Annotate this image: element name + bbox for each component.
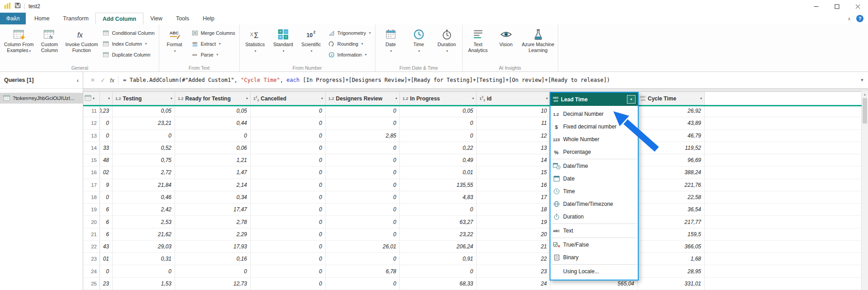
azure-machine-learning-button[interactable]: Azure MachineLearning — [521, 25, 556, 53]
row-number[interactable]: 14 — [83, 142, 100, 154]
row-number[interactable]: 17 — [83, 179, 100, 191]
table-cell[interactable]: 0 — [326, 278, 400, 290]
table-cell[interactable]: 0,52 — [113, 142, 175, 154]
table-cell[interactable]: 23 — [477, 265, 550, 277]
table-cell[interactable]: 22 — [477, 253, 550, 265]
table-cell[interactable]: 159,5 — [638, 228, 705, 240]
table-cell[interactable]: 4,83 — [400, 191, 477, 203]
table-cell[interactable]: 17 — [477, 191, 550, 203]
column-header-in-progress[interactable]: 1.2In Progress▾ — [400, 92, 477, 105]
table-cell[interactable]: 0 — [326, 154, 400, 166]
table-cell[interactable]: 24 — [477, 278, 550, 290]
table-cell[interactable]: 43 — [100, 241, 113, 252]
table-cell[interactable]: 0 — [251, 228, 326, 240]
table-cell[interactable]: 1,68 — [638, 253, 705, 265]
table-cell[interactable]: 0 — [326, 105, 400, 117]
collapse-ribbon-icon[interactable]: ∧ — [848, 16, 851, 21]
filter-icon[interactable]: ▾ — [171, 96, 172, 100]
tab-file[interactable]: Файл — [0, 13, 26, 24]
row-number[interactable]: 22 — [83, 241, 100, 252]
duration-button[interactable]: Duration▾ — [433, 25, 460, 54]
table-cell[interactable]: 63,27 — [400, 216, 477, 228]
statistics-button[interactable]: XΣStatistics▾ — [242, 25, 269, 54]
table-cell[interactable]: 02 — [100, 166, 113, 178]
table-cell[interactable]: 12 — [477, 130, 550, 142]
close-button[interactable] — [847, 0, 868, 13]
tab-home[interactable]: Home — [28, 13, 56, 24]
column-header-cycle-time[interactable]: ABC123Cycle Time▾ — [638, 92, 705, 105]
table-cell[interactable]: 0 — [326, 228, 400, 240]
table-cell[interactable]: 20 — [477, 228, 550, 240]
table-cell[interactable]: 2,85 — [326, 130, 400, 142]
table-cell[interactable]: 21,62 — [113, 228, 175, 240]
table-cell[interactable]: 28,95 — [638, 265, 705, 277]
table-cell[interactable]: 23,21 — [113, 117, 175, 129]
time-button[interactable]: Time▾ — [405, 25, 432, 54]
merge-columns-button[interactable]: Merge Columns — [189, 29, 237, 37]
table-cell[interactable]: 17,47 — [175, 204, 251, 215]
table-cell[interactable]: 0 — [251, 253, 326, 265]
table-cell[interactable]: 2,72 — [113, 166, 175, 178]
table-cell[interactable]: 0 — [400, 265, 477, 277]
table-cell[interactable]: 23 — [100, 278, 113, 290]
table-cell[interactable]: 12,73 — [175, 278, 251, 290]
vision-button[interactable]: Vision — [493, 25, 520, 48]
table-cell[interactable]: 0 — [251, 216, 326, 228]
scrollbar-thumb[interactable] — [863, 98, 867, 124]
table-cell[interactable]: 0,05 — [113, 105, 175, 117]
table-cell[interactable]: 23,22 — [400, 228, 477, 240]
collapse-queries-icon[interactable]: ‹ — [77, 77, 79, 84]
table-cell[interactable]: 331,01 — [638, 278, 705, 290]
column-header-ready-for-testing[interactable]: 1.2Ready for Testing▾ — [175, 92, 251, 105]
menu-item-percentage[interactable]: %Percentage — [550, 146, 638, 158]
table-cell[interactable]: 1,47 — [175, 166, 251, 178]
menu-item-binary[interactable]: Binary — [550, 251, 638, 264]
row-number[interactable]: 13 — [83, 130, 100, 142]
table-cell[interactable]: 0 — [400, 130, 477, 142]
table-cell[interactable]: 0 — [175, 130, 251, 142]
scientific-button[interactable]: 102Scientific▾ — [298, 25, 325, 54]
selected-column-header[interactable]: ABC123 Lead Time ▾ — [550, 93, 638, 106]
table-cell[interactable]: 6,78 — [326, 265, 400, 277]
filter-icon[interactable]: ▾ — [246, 96, 248, 100]
row-number[interactable]: 24 — [83, 265, 100, 277]
help-icon[interactable]: ? — [856, 15, 863, 22]
filter-dropdown-icon[interactable]: ▾ — [627, 95, 636, 104]
table-cell[interactable]: 15 — [477, 166, 550, 178]
column-header-testing[interactable]: 1.2Testing▾ — [113, 92, 175, 105]
table-cell[interactable]: 119,52 — [638, 142, 705, 154]
standard-button[interactable]: +−×÷Standard▾ — [270, 25, 297, 54]
row-number[interactable]: 15 — [83, 154, 100, 166]
table-cell[interactable]: 0 — [113, 265, 175, 277]
filter-icon[interactable]: ▾ — [472, 96, 474, 100]
table-cell[interactable]: 19 — [477, 216, 550, 228]
table-cell[interactable]: 21,84 — [113, 179, 175, 191]
table-cell[interactable]: 0 — [251, 142, 326, 154]
table-cell[interactable]: 217,77 — [638, 216, 705, 228]
table-cell[interactable]: 0 — [326, 166, 400, 178]
tab-help[interactable]: Help — [196, 13, 221, 24]
row-number[interactable]: 19 — [83, 204, 100, 215]
table-cell[interactable]: 0 — [251, 130, 326, 142]
table-cell[interactable]: 6 — [100, 216, 113, 228]
table-cell[interactable]: 0,22 — [400, 142, 477, 154]
table-cell[interactable]: 0 — [100, 117, 113, 129]
table-cell[interactable]: 0 — [100, 265, 113, 277]
table-cell[interactable]: 10 — [477, 105, 550, 117]
table-cell[interactable]: 0,31 — [113, 253, 175, 265]
table-cell[interactable]: 0 — [326, 216, 400, 228]
table-cell[interactable]: 135,55 — [400, 179, 477, 191]
table-cell[interactable]: 0 — [326, 253, 400, 265]
table-cell[interactable]: 2,78 — [175, 216, 251, 228]
table-cell[interactable]: 0 — [326, 191, 400, 203]
menu-item-time[interactable]: Time — [550, 185, 638, 198]
table-cell[interactable]: 221,76 — [638, 179, 705, 191]
row-number[interactable]: 18 — [83, 191, 100, 203]
table-cell[interactable]: 0 — [251, 204, 326, 215]
table-cell[interactable]: 0 — [400, 117, 477, 129]
table-cell[interactable]: 21 — [477, 241, 550, 252]
table-cell[interactable]: 96,69 — [638, 154, 705, 166]
table-cell[interactable]: 0 — [251, 166, 326, 178]
menu-item-fixed-decimal-number[interactable]: $Fixed decimal number — [550, 120, 638, 133]
table-cell[interactable]: 0,49 — [400, 154, 477, 166]
